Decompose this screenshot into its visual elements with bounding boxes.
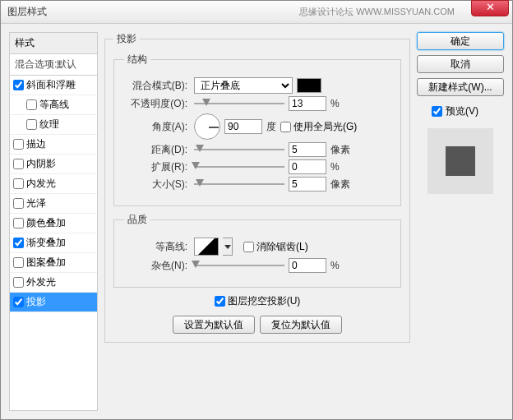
sidebar-item-label: 图案叠加 [26,256,66,270]
px-unit: 像素 [330,143,350,157]
make-default-button[interactable]: 设置为默认值 [173,316,255,334]
angle-dial[interactable] [194,113,220,140]
sidebar-item-label: 斜面和浮雕 [26,78,76,92]
sidebar-checkbox[interactable] [26,119,37,130]
angle-input[interactable] [224,119,262,134]
size-label: 大小(S): [124,178,190,192]
sidebar-item-label: 渐变叠加 [26,236,66,250]
sidebar-item-label: 内发光 [26,177,56,191]
blendmode-label: 混合模式(B): [124,79,190,93]
sidebar-checkbox[interactable] [13,277,24,288]
reset-default-button[interactable]: 复位为默认值 [260,316,342,334]
noise-slider[interactable] [194,260,284,271]
sidebar-checkbox[interactable] [13,80,24,90]
percent-unit: % [330,98,340,109]
sidebar-checkbox[interactable] [13,159,24,169]
sidebar-item-8[interactable]: 渐变叠加 [10,233,97,253]
knockout-checkbox[interactable]: 图层挖空投影(U) [215,294,301,308]
noise-label: 杂色(N): [124,259,190,273]
blendmode-select[interactable]: 正片叠底 [194,77,293,94]
sidebar-checkbox[interactable] [26,99,37,110]
window-subtitle: 思缘设计论坛 WWW.MISSYUAN.COM [299,6,455,18]
sidebar-header[interactable]: 样式 [10,33,97,54]
opacity-input[interactable] [289,96,326,111]
spread-input[interactable] [289,159,326,174]
panel-title: 投影 [113,32,140,46]
preview-swatch [446,146,475,176]
global-light-checkbox[interactable]: 使用全局光(G) [280,120,357,134]
sidebar-item-6[interactable]: 光泽 [10,194,97,214]
sidebar-checkbox[interactable] [13,297,24,307]
close-button[interactable]: ✕ [471,0,509,16]
opacity-slider[interactable] [194,98,284,109]
angle-unit: 度 [266,120,276,134]
sidebar-item-1[interactable]: 等高线 [10,95,97,115]
size-input[interactable] [289,177,326,192]
distance-input[interactable] [289,142,326,157]
sidebar-item-label: 描边 [26,137,46,151]
sidebar-item-11[interactable]: 投影 [10,293,97,312]
sidebar-item-label: 内阴影 [26,157,56,171]
sidebar-item-label: 等高线 [39,98,69,112]
noise-input[interactable] [289,258,326,273]
contour-dropdown[interactable] [223,238,233,256]
distance-slider[interactable] [194,144,284,155]
sidebar-item-0[interactable]: 斜面和浮雕 [10,76,97,95]
drop-shadow-panel: 投影 结构 混合模式(B): 正片叠底 不透明度(O): % [104,32,410,343]
window-title: 图层样式 [4,5,47,19]
sidebar-checkbox[interactable] [13,238,24,248]
sidebar-checkbox[interactable] [13,178,24,189]
sidebar-item-3[interactable]: 描边 [10,135,97,155]
new-style-button[interactable]: 新建样式(W)... [417,78,504,96]
ok-button[interactable]: 确定 [417,32,504,50]
shadow-color-swatch[interactable] [297,78,321,93]
sidebar-blend-options[interactable]: 混合选项:默认 [10,54,97,76]
sidebar-item-label: 光泽 [26,196,46,210]
distance-label: 距离(D): [124,143,190,157]
contour-label: 等高线: [124,240,190,254]
right-button-panel: 确定 取消 新建样式(W)... 预览(V) [417,32,504,411]
spread-slider[interactable] [194,161,284,173]
antialias-checkbox[interactable]: 消除锯齿(L) [243,240,308,254]
sidebar-item-label: 外发光 [26,275,56,289]
spread-label: 扩展(R): [124,160,190,174]
sidebar-item-7[interactable]: 颜色叠加 [10,214,97,233]
structure-group: 结构 混合模式(B): 正片叠底 不透明度(O): % 角度(A): [113,53,401,206]
sidebar-item-5[interactable]: 内发光 [10,174,97,194]
preview-checkbox[interactable]: 预览(V) [417,104,504,118]
sidebar-item-4[interactable]: 内阴影 [10,155,97,174]
opacity-label: 不透明度(O): [124,97,190,111]
sidebar-item-10[interactable]: 外发光 [10,273,97,293]
contour-picker[interactable] [194,238,219,256]
quality-title: 品质 [124,213,150,227]
cancel-button[interactable]: 取消 [417,55,504,73]
preview-box [428,128,493,194]
styles-sidebar: 样式 混合选项:默认 斜面和浮雕等高线纹理描边内阴影内发光光泽颜色叠加渐变叠加图… [9,32,98,411]
quality-group: 品质 等高线: 消除锯齿(L) 杂色(N): % [113,213,401,288]
sidebar-checkbox[interactable] [13,218,24,228]
titlebar[interactable]: 图层样式 思缘设计论坛 WWW.MISSYUAN.COM ✕ [1,1,512,24]
angle-label: 角度(A): [124,120,190,134]
sidebar-checkbox[interactable] [13,257,24,268]
sidebar-checkbox[interactable] [13,198,24,209]
sidebar-item-2[interactable]: 纹理 [10,115,97,135]
size-slider[interactable] [194,178,284,190]
sidebar-item-9[interactable]: 图案叠加 [10,253,97,273]
sidebar-item-label: 颜色叠加 [26,216,66,230]
sidebar-item-label: 纹理 [39,118,59,132]
sidebar-checkbox[interactable] [13,139,24,150]
structure-title: 结构 [124,53,150,67]
layer-style-dialog: 图层样式 思缘设计论坛 WWW.MISSYUAN.COM ✕ 样式 混合选项:默… [0,0,513,420]
sidebar-item-label: 投影 [26,295,46,309]
